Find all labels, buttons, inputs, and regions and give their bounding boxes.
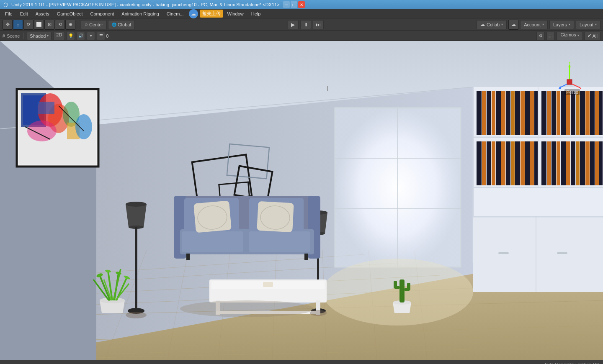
pivot-label: Center — [89, 22, 103, 27]
svg-rect-77 — [534, 141, 538, 185]
play-button[interactable]: ▶ — [288, 20, 299, 29]
scale-tool[interactable]: ⬜ — [34, 20, 44, 30]
svg-point-170 — [126, 312, 147, 318]
title-bar: ⬡ Unity 2019.1.1f1 - [PREVIEW PACKAGES I… — [0, 0, 603, 9]
scene-layers-icon: ☰ — [97, 32, 105, 40]
svg-rect-45 — [506, 91, 510, 135]
menu-bar: File Edit Assets GameObject Component An… — [0, 9, 603, 18]
menu-edit[interactable]: Edit — [17, 10, 31, 17]
svg-rect-144 — [263, 282, 273, 287]
collab-arrow: ▾ — [501, 23, 503, 26]
menu-component[interactable]: Component — [87, 10, 117, 17]
svg-rect-46 — [511, 91, 515, 135]
toggle-2d-button[interactable]: 2D — [53, 32, 65, 40]
custom-tool[interactable]: ⊕ — [65, 20, 75, 30]
svg-rect-61 — [585, 91, 590, 135]
menu-window[interactable]: Window — [224, 10, 247, 17]
scene-audio-toggle[interactable]: 🔊 — [77, 32, 85, 40]
svg-rect-75 — [525, 141, 530, 185]
rect-tool[interactable]: ⊡ — [44, 20, 54, 30]
transform-tool[interactable]: ⟲ — [55, 20, 65, 30]
gizmos-button[interactable]: Gizmos ▾ — [557, 32, 582, 40]
unity-icon: ⬡ — [3, 2, 8, 8]
svg-rect-95 — [557, 252, 567, 254]
svg-rect-117 — [135, 227, 137, 311]
viewport[interactable]: 关注微信公众号：V2_zxw Y Persp — [0, 41, 603, 360]
title-text: Unity 2019.1.1f1 - [PREVIEW PACKAGES IN … — [11, 2, 280, 7]
camera-icon-btn[interactable]: 🎥 — [546, 32, 555, 40]
collab-button[interactable]: ☁ Collab ▾ — [477, 20, 507, 29]
pause-button[interactable]: ⏸ — [300, 20, 311, 29]
svg-rect-131 — [249, 231, 310, 252]
scene-light-toggle[interactable]: 💡 — [67, 32, 75, 40]
minimize-button[interactable]: ─ — [283, 1, 290, 8]
pivot-center-button[interactable]: ⊙ Center — [81, 20, 107, 29]
svg-rect-41 — [487, 91, 491, 135]
playback-controls: ▶ ⏸ ⏭ — [136, 20, 475, 29]
svg-rect-48 — [521, 91, 525, 135]
svg-rect-90 — [599, 141, 603, 185]
gizmos-arrow: ▾ — [577, 33, 579, 37]
svg-rect-66 — [482, 141, 486, 185]
svg-rect-84 — [571, 141, 575, 185]
svg-rect-40 — [482, 91, 486, 135]
svg-rect-180 — [567, 79, 572, 85]
hand-tool[interactable]: ✥ — [3, 20, 13, 30]
svg-rect-91 — [473, 217, 603, 292]
menu-gameobject[interactable]: GameObject — [54, 10, 86, 17]
svg-rect-51 — [534, 91, 538, 135]
layers-button[interactable]: Layers ▾ — [549, 20, 574, 29]
settings-icon-btn[interactable]: ⚙ — [536, 32, 545, 40]
all-dropdown[interactable]: ✔ All — [585, 32, 600, 40]
menu-help[interactable]: Help — [248, 10, 264, 17]
status-text: Auto Generate Lighting Off — [544, 362, 599, 364]
svg-rect-130 — [182, 231, 243, 252]
scene-toolbar-separator — [23, 33, 23, 39]
scene-tab[interactable]: # Scene — [3, 33, 20, 38]
menu-file[interactable]: File — [2, 10, 16, 17]
menu-cinemachine[interactable]: Cinem... — [163, 10, 187, 17]
maximize-button[interactable]: □ — [291, 1, 297, 8]
svg-rect-60 — [580, 91, 585, 135]
status-bar: Auto Generate Lighting Off — [0, 360, 603, 364]
svg-rect-57 — [566, 91, 570, 135]
layout-button[interactable]: Layout ▾ — [576, 20, 600, 29]
scene-svg — [0, 41, 603, 360]
scene-label: Scene — [7, 33, 20, 38]
scene-layers-group: ☰ 0 — [97, 32, 108, 40]
collab-icon-button[interactable]: ☁ — [189, 9, 198, 18]
svg-rect-55 — [557, 91, 560, 135]
cloud-button[interactable]: ☁ — [508, 20, 518, 30]
svg-point-169 — [180, 300, 314, 317]
scene-fx-toggle[interactable]: ✦ — [87, 32, 95, 40]
step-button[interactable]: ⏭ — [313, 20, 324, 29]
rotate-tool[interactable]: ⟳ — [23, 20, 34, 30]
move-tool[interactable]: ↕ — [13, 20, 23, 30]
svg-rect-65 — [477, 141, 482, 185]
gizmos-label: Gizmos — [560, 32, 576, 37]
svg-rect-87 — [585, 141, 590, 185]
menu-upload-plugin[interactable]: 抢先上传 — [200, 10, 223, 18]
svg-rect-89 — [595, 141, 599, 185]
layout-arrow: ▾ — [595, 23, 597, 26]
svg-rect-72 — [511, 141, 515, 185]
svg-rect-67 — [487, 141, 491, 185]
close-button[interactable]: ✕ — [298, 1, 305, 8]
pivot-global-button[interactable]: 🌐 Global — [108, 20, 135, 29]
right-toolbar: ☁ Collab ▾ ☁ Account ▾ Layers ▾ Layout ▾ — [477, 20, 600, 30]
shading-dropdown[interactable]: Shaded ▾ — [27, 32, 52, 40]
svg-rect-54 — [551, 91, 556, 135]
svg-marker-174 — [568, 64, 571, 67]
account-button[interactable]: Account ▾ — [520, 20, 548, 29]
shading-label: Shaded — [30, 33, 46, 38]
svg-rect-163 — [394, 281, 397, 288]
svg-rect-165 — [407, 283, 410, 290]
title-controls: ─ □ ✕ — [283, 1, 305, 8]
svg-rect-64 — [599, 91, 603, 135]
svg-rect-56 — [561, 91, 566, 135]
svg-rect-94 — [498, 252, 509, 254]
svg-rect-53 — [547, 91, 551, 135]
menu-animation-rigging[interactable]: Animation Rigging — [118, 10, 162, 17]
svg-rect-63 — [595, 91, 599, 135]
menu-assets[interactable]: Assets — [32, 10, 53, 17]
